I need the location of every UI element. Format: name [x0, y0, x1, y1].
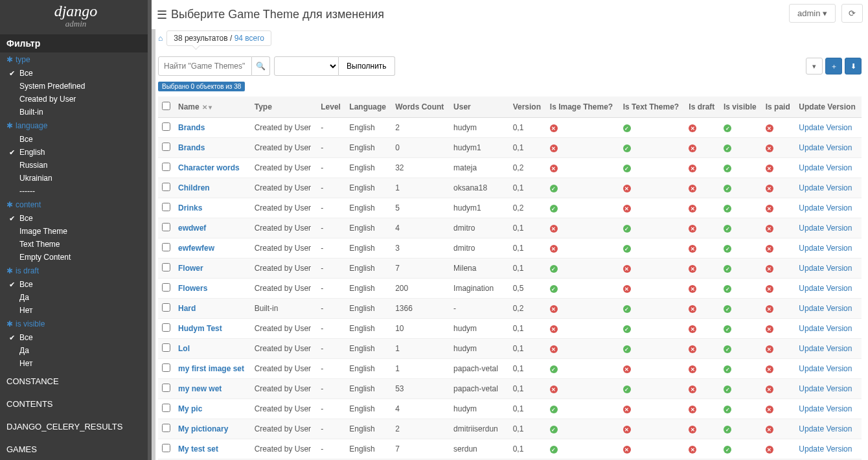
filter-cat-type[interactable]: ✱type — [0, 52, 152, 67]
row-name-link[interactable]: Drinks — [178, 203, 202, 213]
col-language[interactable]: Language — [345, 97, 391, 118]
side-section-0[interactable]: CONSTANCE — [0, 370, 152, 393]
row-name-link[interactable]: Flower — [178, 264, 203, 273]
col-paid[interactable]: Is paid — [762, 97, 795, 118]
filter-opt-type-2[interactable]: Created by User — [0, 93, 152, 106]
search-button[interactable]: 🔍 — [252, 56, 270, 76]
filter-opt-is_draft-1[interactable]: Да — [0, 291, 152, 304]
col-user[interactable]: User — [450, 97, 509, 118]
action-select[interactable] — [274, 56, 339, 76]
row-name-link[interactable]: Brands — [178, 123, 205, 132]
update-version-link[interactable]: Update Version — [799, 364, 852, 373]
col-draft[interactable]: Is draft — [685, 97, 720, 118]
col-name[interactable]: Name✕ ▾ — [174, 97, 251, 118]
col-type[interactable]: Type — [251, 97, 317, 118]
row-name-link[interactable]: Hard — [178, 304, 196, 313]
update-version-link[interactable]: Update Version — [799, 344, 852, 353]
filter-opt-type-0[interactable]: ✔Все — [0, 67, 152, 80]
update-version-link[interactable]: Update Version — [799, 163, 852, 172]
row-checkbox[interactable] — [162, 122, 170, 131]
row-checkbox[interactable] — [162, 243, 170, 251]
update-version-link[interactable]: Update Version — [799, 264, 852, 273]
filter-opt-type-1[interactable]: System Predefined — [0, 80, 152, 93]
row-checkbox[interactable] — [162, 323, 170, 332]
col-visible[interactable]: Is visible — [720, 97, 762, 118]
user-menu[interactable]: admin ▾ — [789, 4, 836, 23]
row-name-link[interactable]: My pictionary — [178, 424, 228, 433]
search-input[interactable] — [158, 56, 252, 76]
row-name-link[interactable]: Brands — [178, 143, 205, 152]
side-section-3[interactable]: GAMES — [0, 438, 152, 460]
row-name-link[interactable]: my first image set — [178, 364, 244, 373]
row-checkbox[interactable] — [162, 183, 170, 191]
row-name-link[interactable]: ewdwef — [178, 224, 206, 233]
menu-icon[interactable]: ☰ — [157, 8, 167, 22]
row-checkbox[interactable] — [162, 283, 170, 292]
home-icon[interactable]: ⌂ — [158, 34, 163, 43]
filter-opt-language-0[interactable]: Все — [0, 133, 152, 146]
filter-cat-is_visible[interactable]: ✱is visible — [0, 317, 152, 331]
filter-opt-content-3[interactable]: Empty Content — [0, 251, 152, 264]
col-level[interactable]: Level — [317, 97, 345, 118]
side-section-1[interactable]: CONTENTS — [0, 393, 152, 415]
row-checkbox[interactable] — [162, 223, 170, 231]
filter-opt-language-1[interactable]: ✔English — [0, 146, 152, 159]
update-version-link[interactable]: Update Version — [799, 203, 852, 213]
update-version-link[interactable]: Update Version — [799, 424, 852, 433]
row-checkbox[interactable] — [162, 363, 170, 372]
download-button[interactable]: ⬇ — [845, 58, 862, 75]
reload-button[interactable]: ⟳ — [841, 4, 863, 23]
row-checkbox[interactable] — [162, 444, 170, 452]
filter-opt-is_visible-0[interactable]: ✔Все — [0, 331, 152, 344]
update-version-link[interactable]: Update Version — [799, 123, 852, 132]
main-scrollbar[interactable] — [152, 0, 155, 460]
row-checkbox[interactable] — [162, 143, 170, 151]
update-version-link[interactable]: Update Version — [799, 384, 852, 393]
row-checkbox[interactable] — [162, 163, 170, 171]
row-checkbox[interactable] — [162, 424, 170, 432]
total-link[interactable]: 94 всего — [234, 34, 264, 43]
row-name-link[interactable]: ewfewfew — [178, 244, 214, 253]
row-checkbox[interactable] — [162, 203, 170, 211]
update-version-link[interactable]: Update Version — [799, 224, 852, 233]
row-name-link[interactable]: My test set — [178, 444, 218, 454]
filter-opt-content-0[interactable]: ✔Все — [0, 212, 152, 225]
update-version-link[interactable]: Update Version — [799, 143, 852, 152]
update-version-link[interactable]: Update Version — [799, 444, 852, 454]
filter-cat-content[interactable]: ✱content — [0, 198, 152, 212]
add-button[interactable]: ＋ — [825, 58, 842, 75]
action-go-button[interactable]: Выполнить — [339, 56, 395, 76]
row-checkbox[interactable] — [162, 343, 170, 352]
update-version-link[interactable]: Update Version — [799, 304, 852, 313]
filter-opt-language-4[interactable]: ------ — [0, 185, 152, 198]
row-name-link[interactable]: Lol — [178, 344, 190, 353]
dropdown-button[interactable]: ▾ — [806, 58, 823, 75]
row-checkbox[interactable] — [162, 384, 170, 392]
update-version-link[interactable]: Update Version — [799, 284, 852, 293]
row-name-link[interactable]: Children — [178, 183, 210, 192]
col-image-theme[interactable]: Is Image Theme? — [546, 97, 619, 118]
row-name-link[interactable]: My pic — [178, 404, 202, 413]
filter-opt-is_visible-2[interactable]: Нет — [0, 357, 152, 370]
filter-opt-language-3[interactable]: Ukrainian — [0, 172, 152, 185]
col-text-theme[interactable]: Is Text Theme? — [619, 97, 685, 118]
row-checkbox[interactable] — [162, 303, 170, 312]
select-all-checkbox[interactable] — [162, 102, 170, 110]
update-version-link[interactable]: Update Version — [799, 404, 852, 413]
row-name-link[interactable]: Flowers — [178, 284, 207, 293]
filter-opt-is_visible-1[interactable]: Да — [0, 344, 152, 357]
side-section-2[interactable]: DJANGO_CELERY_RESULTS — [0, 415, 152, 438]
update-version-link[interactable]: Update Version — [799, 324, 852, 333]
filter-opt-content-2[interactable]: Text Theme — [0, 238, 152, 251]
col-words[interactable]: Words Count — [391, 97, 450, 118]
update-version-link[interactable]: Update Version — [799, 183, 852, 192]
row-name-link[interactable]: Hudym Test — [178, 324, 222, 333]
row-checkbox[interactable] — [162, 263, 170, 271]
update-version-link[interactable]: Update Version — [799, 244, 852, 253]
filter-cat-is_draft[interactable]: ✱is draft — [0, 264, 152, 278]
filter-opt-is_draft-2[interactable]: Нет — [0, 304, 152, 317]
col-version[interactable]: Version — [509, 97, 546, 118]
filter-opt-is_draft-0[interactable]: ✔Все — [0, 278, 152, 291]
filter-opt-content-1[interactable]: Image Theme — [0, 225, 152, 238]
row-name-link[interactable]: Character words — [178, 163, 240, 172]
